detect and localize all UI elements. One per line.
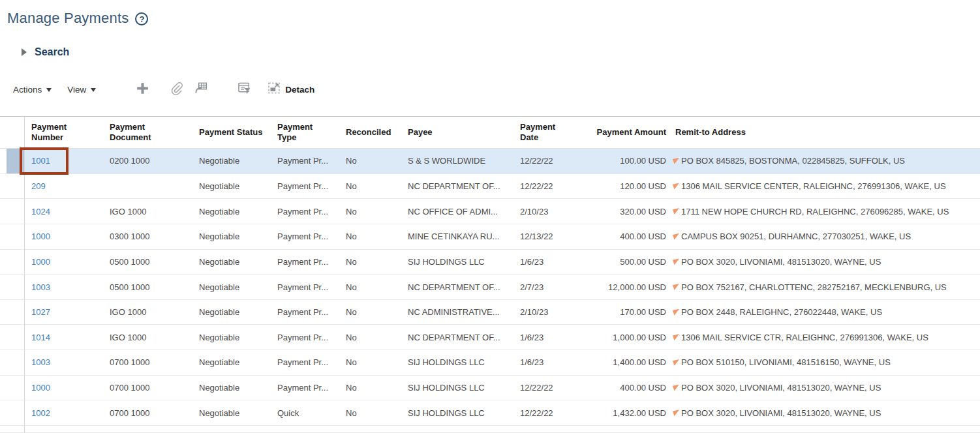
payment-status-cell: Negotiable bbox=[192, 149, 271, 173]
remit-to-address-cell: PO BOX 510150, LIVONIAMI, 481516150, WAY… bbox=[669, 350, 980, 375]
column-header-type[interactable]: Payment Type bbox=[271, 117, 339, 148]
detach-icon bbox=[267, 81, 281, 98]
export-to-excel-button[interactable] bbox=[191, 81, 211, 98]
payee-cell: SIJ HOLDINGS LLC bbox=[401, 400, 513, 425]
view-menu-label: View bbox=[67, 85, 86, 95]
payment-status-cell: Negotiable bbox=[192, 174, 271, 199]
column-header-number[interactable]: Payment Number bbox=[25, 117, 103, 148]
payment-amount-cell: 400.00 USD bbox=[567, 376, 669, 400]
column-header-document[interactable]: Payment Document bbox=[103, 117, 192, 148]
column-header-amount[interactable]: Payment Amount bbox=[567, 117, 669, 148]
table-row[interactable]: 10000700 1000NegotiablePayment Pr...NoSI… bbox=[0, 376, 980, 401]
partial-row bbox=[0, 426, 980, 433]
row-selector[interactable] bbox=[0, 325, 25, 350]
reconciled-cell: No bbox=[339, 199, 401, 224]
row-selector[interactable] bbox=[0, 400, 25, 425]
payment-number-link[interactable]: 1000 bbox=[31, 257, 50, 267]
table-row[interactable]: 10000300 1000NegotiablePayment Pr...NoMI… bbox=[0, 224, 980, 250]
row-selector[interactable] bbox=[0, 250, 25, 275]
table-row[interactable]: 209NegotiablePayment Pr...NoNC DEPARTMEN… bbox=[0, 174, 980, 200]
table-row[interactable]: 1014IGO 1000NegotiablePayment Pr...NoNC … bbox=[0, 325, 980, 350]
payment-number-link[interactable]: 1024 bbox=[31, 207, 50, 216]
remit-to-address-cell: CAMPUS BOX 90251, DURHAMNC, 277030251, W… bbox=[669, 224, 980, 249]
row-selector[interactable] bbox=[0, 376, 25, 400]
payment-amount-cell: 1,432.00 USD bbox=[567, 400, 669, 425]
payment-number-link[interactable]: 1003 bbox=[31, 357, 50, 367]
payment-type-cell: Payment Pr... bbox=[271, 325, 339, 350]
payment-number-link[interactable]: 1027 bbox=[31, 307, 50, 317]
search-label: Search bbox=[35, 46, 69, 58]
caret-down-icon bbox=[91, 88, 96, 92]
remit-to-address-text: 1306 MAIL SERVICE CENTER, RALEIGHNC, 276… bbox=[681, 181, 946, 191]
row-selector[interactable] bbox=[0, 300, 25, 325]
row-selector[interactable] bbox=[0, 224, 25, 249]
query-by-example-button[interactable] bbox=[234, 81, 254, 98]
table-row[interactable]: 10010200 1000NegotiablePayment Pr...NoS … bbox=[0, 149, 980, 174]
payment-date-cell: 2/7/23 bbox=[513, 275, 567, 299]
payment-number-link[interactable]: 1002 bbox=[31, 408, 50, 418]
payment-status-cell: Negotiable bbox=[192, 224, 271, 249]
table-row[interactable]: 10020700 1000NegotiableQuickNoSIJ HOLDIN… bbox=[0, 400, 980, 426]
view-menu-button[interactable]: View bbox=[67, 85, 96, 95]
filter-icon bbox=[237, 81, 251, 98]
add-row-button[interactable] bbox=[132, 81, 152, 98]
payment-number-link[interactable]: 1000 bbox=[31, 383, 50, 393]
row-selector[interactable] bbox=[0, 275, 25, 299]
table-header-row: Payment NumberPayment DocumentPayment St… bbox=[0, 116, 980, 149]
column-header-date[interactable]: Payment Date bbox=[513, 117, 567, 148]
remit-to-address-text: 1306 MAIL SERVICE CTR, RALEIGHNC, 276991… bbox=[681, 333, 928, 342]
export-to-excel-icon bbox=[194, 81, 208, 98]
row-selector[interactable] bbox=[0, 199, 25, 224]
payment-amount-cell: 500.00 USD bbox=[567, 250, 669, 275]
reconciled-cell: No bbox=[339, 350, 401, 375]
search-section-toggle[interactable]: Search bbox=[22, 46, 980, 58]
payment-number-link[interactable]: 1001 bbox=[31, 156, 50, 166]
table-row[interactable]: 10000500 1000NegotiablePayment Pr...NoSI… bbox=[0, 250, 980, 275]
remit-to-address-text: PO BOX 752167, CHARLOTTENC, 282752167, M… bbox=[681, 282, 947, 292]
payment-type-cell: Payment Pr... bbox=[271, 149, 339, 173]
payment-type-cell: Payment Pr... bbox=[271, 300, 339, 325]
help-icon[interactable]: ? bbox=[135, 12, 148, 25]
table-row[interactable]: 1027IGO 1000NegotiablePayment Pr...NoNC … bbox=[0, 300, 980, 325]
select-all-header bbox=[0, 117, 25, 148]
payment-number-link[interactable]: 1014 bbox=[31, 333, 50, 342]
remit-to-address-cell: PO BOX 845825, BOSTONMA, 022845825, SUFF… bbox=[669, 149, 980, 173]
payment-document-cell: 0200 1000 bbox=[103, 149, 192, 173]
reconciled-cell: No bbox=[339, 400, 401, 425]
column-header-reconciled[interactable]: Reconciled bbox=[339, 117, 401, 148]
payment-date-cell: 1/6/23 bbox=[513, 325, 567, 350]
payments-table: Payment NumberPayment DocumentPayment St… bbox=[0, 116, 980, 433]
payment-amount-cell: 400.00 USD bbox=[567, 224, 669, 249]
row-selector[interactable] bbox=[0, 149, 25, 173]
actions-menu-button[interactable]: Actions bbox=[13, 85, 52, 95]
flag-icon bbox=[673, 359, 679, 366]
payment-document-cell bbox=[103, 174, 192, 199]
column-header-remit[interactable]: Remit-to Address bbox=[669, 117, 980, 148]
table-row[interactable]: 10030500 1000NegotiablePayment Pr...NoNC… bbox=[0, 275, 980, 300]
table-row[interactable]: 1024IGO 1000NegotiablePayment Pr...NoNC … bbox=[0, 199, 980, 224]
payee-cell: NC DEPARTMENT OF... bbox=[401, 174, 513, 199]
payment-date-cell: 1/6/23 bbox=[513, 250, 567, 275]
payment-date-cell: 1/6/23 bbox=[513, 350, 567, 375]
payment-status-cell: Negotiable bbox=[192, 400, 271, 425]
column-header-status[interactable]: Payment Status bbox=[192, 117, 271, 148]
reconciled-cell: No bbox=[339, 325, 401, 350]
payment-number-link[interactable]: 209 bbox=[31, 181, 46, 191]
row-selector[interactable] bbox=[0, 350, 25, 375]
remit-to-address-text: 1711 NEW HOPE CHURCH RD, RALEIGHNC, 2760… bbox=[681, 207, 949, 216]
column-header-payee[interactable]: Payee bbox=[401, 117, 513, 148]
reconciled-cell: No bbox=[339, 275, 401, 299]
payment-number-link[interactable]: 1000 bbox=[31, 231, 50, 241]
detach-button[interactable]: Detach bbox=[267, 81, 314, 98]
payee-cell: NC DEPARTMENT OF... bbox=[401, 275, 513, 299]
payment-document-cell: IGO 1000 bbox=[103, 300, 192, 325]
attachments-button[interactable] bbox=[166, 81, 186, 98]
payment-date-cell: 2/10/23 bbox=[513, 199, 567, 224]
table-row[interactable]: 10030700 1000NegotiablePayment Pr...NoSI… bbox=[0, 350, 980, 376]
payment-type-cell: Payment Pr... bbox=[271, 350, 339, 375]
payment-amount-cell: 120.00 USD bbox=[567, 174, 669, 199]
payment-number-link[interactable]: 1003 bbox=[31, 282, 50, 292]
remit-to-address-text: PO BOX 2448, RALEIGHNC, 276022448, WAKE,… bbox=[681, 307, 882, 317]
row-selector[interactable] bbox=[0, 174, 25, 199]
payment-status-cell: Negotiable bbox=[192, 275, 271, 299]
